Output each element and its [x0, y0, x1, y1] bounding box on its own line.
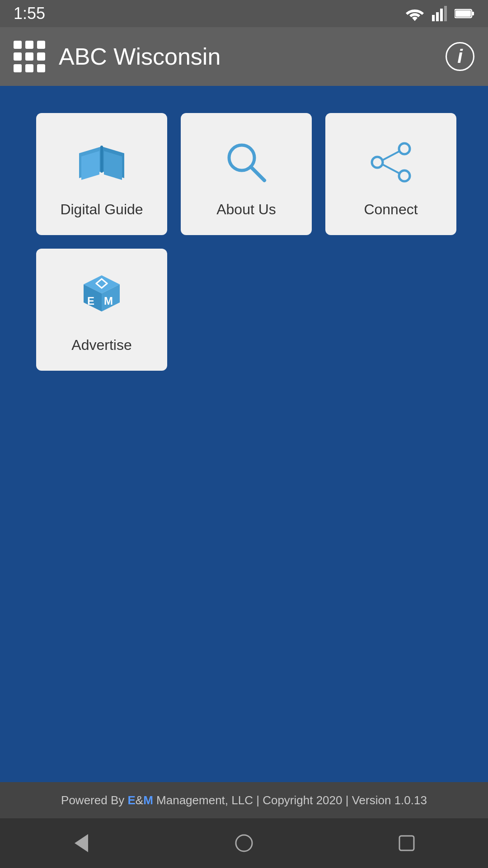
- svg-rect-22: [399, 836, 414, 850]
- search-icon: [215, 131, 278, 194]
- card-row-1: Digital Guide About Us: [36, 113, 452, 235]
- digital-guide-card[interactable]: Digital Guide: [36, 113, 167, 235]
- info-button[interactable]: i: [446, 42, 474, 71]
- svg-rect-6: [455, 10, 471, 17]
- status-icons: [405, 6, 474, 21]
- svg-point-12: [399, 170, 410, 181]
- svg-text:M: M: [104, 295, 113, 307]
- app-header: ABC Wisconsin i: [0, 27, 488, 86]
- battery-icon: [455, 8, 474, 19]
- back-button[interactable]: [63, 825, 99, 861]
- svg-line-9: [251, 167, 264, 180]
- svg-point-21: [236, 835, 252, 851]
- footer-suffix: Management, LLC | Copyright 2020 | Versi…: [153, 793, 427, 807]
- advertise-label: Advertise: [71, 337, 131, 354]
- svg-marker-20: [75, 834, 88, 852]
- share-icon: [359, 131, 422, 194]
- footer-em-e: E: [127, 793, 135, 807]
- about-us-label: About Us: [216, 201, 276, 218]
- svg-rect-0: [432, 15, 435, 21]
- footer: Powered By E&M Management, LLC | Copyrig…: [0, 782, 488, 818]
- status-time: 1:55: [14, 4, 45, 23]
- svg-rect-2: [440, 9, 443, 21]
- svg-rect-7: [100, 146, 103, 173]
- wifi-icon: [405, 6, 425, 21]
- footer-amp: &: [136, 793, 143, 807]
- book-icon: [70, 131, 133, 194]
- recents-button[interactable]: [389, 825, 425, 861]
- svg-rect-1: [436, 12, 439, 21]
- svg-point-11: [372, 157, 383, 168]
- main-content: Digital Guide About Us: [0, 86, 488, 782]
- digital-guide-label: Digital Guide: [60, 201, 143, 218]
- svg-line-13: [383, 151, 399, 160]
- grid-menu-icon[interactable]: [14, 41, 45, 72]
- home-button[interactable]: [226, 825, 262, 861]
- svg-point-10: [399, 143, 410, 154]
- svg-rect-5: [472, 12, 474, 15]
- connect-card[interactable]: Connect: [325, 113, 456, 235]
- svg-rect-3: [444, 6, 447, 21]
- connect-label: Connect: [364, 201, 418, 218]
- about-us-card[interactable]: About Us: [181, 113, 312, 235]
- card-row-2: E M Advertise: [36, 249, 452, 371]
- advertise-card[interactable]: E M Advertise: [36, 249, 167, 371]
- svg-line-14: [383, 165, 399, 173]
- em-cube-icon: E M: [70, 266, 133, 330]
- footer-text: Powered By E&M Management, LLC | Copyrig…: [61, 793, 427, 807]
- status-bar: 1:55: [0, 0, 488, 27]
- footer-prefix: Powered By: [61, 793, 127, 807]
- info-icon: i: [457, 47, 463, 66]
- svg-text:E: E: [87, 295, 94, 307]
- app-title: ABC Wisconsin: [59, 43, 446, 70]
- footer-em-m: M: [143, 793, 153, 807]
- signal-icon: [432, 6, 447, 21]
- nav-bar: [0, 818, 488, 868]
